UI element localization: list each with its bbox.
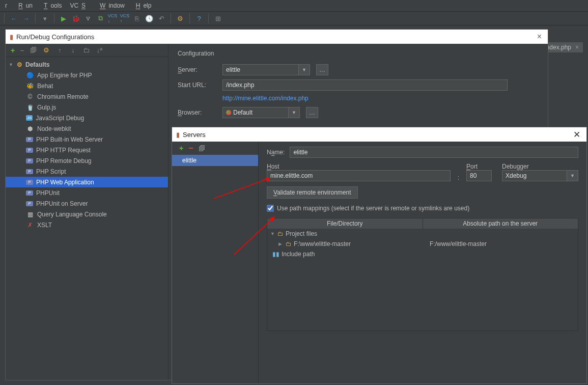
servers-list-panel: + − 🗐 elittle [172, 142, 259, 383]
settings-icon[interactable]: ⚙ [176, 14, 184, 22]
expand-arrow-icon[interactable]: ▼ [9, 62, 14, 67]
full-url-link[interactable]: http://mine.elittle.com/index.php [222, 95, 539, 102]
browser-dropdown-icon[interactable]: ▼ [289, 107, 300, 118]
defaults-node[interactable]: ▼ ⚙ Defaults [6, 59, 168, 70]
dialog-close-icon[interactable]: × [535, 32, 544, 41]
remove-server-icon[interactable]: − [188, 144, 193, 153]
copy-config-icon[interactable]: 🗐 [29, 46, 37, 54]
edit-defaults-icon[interactable]: ⚙ [42, 46, 50, 54]
move-up-icon[interactable]: ↑ [55, 46, 64, 54]
tree-item[interactable]: PPHP Web Application [6, 177, 168, 187]
mapping-row[interactable]: ▶ 🗀 F:\www\elittle-master F:/www/elittle… [267, 239, 578, 249]
sort-icon[interactable]: ↓ª [95, 46, 103, 54]
sidebar-toolbar: + − 🗐 ⚙ ↑ ↓ 🗀 ↓ª [6, 44, 168, 57]
collapse-arrow-icon[interactable]: ▼ [270, 231, 275, 236]
servers-close-icon[interactable]: ✕ [571, 129, 582, 140]
tree-item[interactable]: PPHP Remote Debug [6, 155, 168, 166]
help-icon[interactable]: ? [195, 14, 203, 22]
tree-item[interactable]: 🥤Gulp.js [6, 102, 168, 113]
vcs-commit-icon[interactable]: VCS↑ [121, 14, 129, 22]
php-icon: P [26, 190, 33, 196]
php-icon: P [26, 169, 33, 174]
forward-icon[interactable]: → [22, 14, 30, 22]
tree-item[interactable]: PPHP Script [6, 166, 168, 177]
debugger-dropdown-icon[interactable]: ▼ [567, 170, 578, 181]
tree-item-label: Query Language Console [37, 211, 107, 218]
php-icon: P [26, 148, 33, 153]
server-list-item[interactable]: elittle [172, 155, 258, 166]
menu-run[interactable]: Run [12, 1, 36, 10]
tree-item-label: PHP Built-in Web Server [36, 136, 103, 143]
port-label: Port [466, 163, 492, 170]
diff-icon[interactable]: ⎘ [133, 14, 141, 22]
tree-item[interactable]: ©Chromium Remote [6, 91, 168, 102]
add-server-icon[interactable]: + [179, 144, 183, 152]
tree-item-label: Node-webkit [37, 125, 71, 132]
path-mappings-checkbox[interactable] [267, 205, 274, 212]
copy-server-icon[interactable]: 🗐 [199, 145, 205, 152]
validate-button[interactable]: Validate remote environment [267, 186, 358, 199]
close-tab-icon[interactable]: × [575, 44, 579, 51]
server-form: Name: Host : Port Debugger ▼ [259, 142, 586, 383]
server-dropdown-icon[interactable]: ▼ [299, 64, 310, 75]
back-icon[interactable]: ← [10, 14, 18, 22]
run-config-dropdown[interactable]: ▾ [41, 14, 49, 22]
tree-item[interactable]: PPHPUnit [6, 187, 168, 198]
remote-path[interactable]: F:/www/elittle-master [427, 240, 578, 248]
config-type-icon: 🐝 [26, 82, 34, 90]
vcs-update-icon[interactable]: VCS↓ [108, 14, 117, 22]
config-type-icon: © [26, 93, 34, 100]
move-down-icon[interactable]: ↓ [69, 46, 77, 54]
tree-item[interactable]: 🐝Behat [6, 80, 168, 91]
debug-icon[interactable]: 🐞 [72, 14, 80, 22]
start-url-input[interactable] [222, 79, 508, 91]
config-heading: Configuration [178, 50, 539, 57]
folder-icon[interactable]: 🗀 [82, 46, 90, 54]
menu-tools[interactable]: Tools [38, 1, 65, 10]
remove-config-icon[interactable]: − [20, 46, 24, 54]
server-combo[interactable] [222, 64, 299, 75]
tree-item[interactable]: 🔵App Engine for PHP [6, 70, 168, 80]
menu-window[interactable]: Window [94, 1, 128, 10]
tree-item-label: XSLT [37, 222, 52, 229]
browser-browse-button[interactable]: … [306, 107, 318, 118]
tree-item-label: PHPUnit on Server [36, 200, 88, 207]
port-input[interactable] [466, 170, 492, 181]
js-icon: JS [26, 115, 33, 121]
chrome-icon [226, 110, 231, 115]
menu-help[interactable]: Help [130, 1, 155, 10]
add-config-icon[interactable]: + [11, 46, 15, 54]
tree-item-label: App Engine for PHP [37, 72, 92, 79]
menu-vcs[interactable]: VCS [67, 1, 92, 10]
config-type-icon: 🔵 [26, 72, 34, 79]
tree-item[interactable]: PPHP Built-in Web Server [6, 134, 168, 145]
coverage-icon[interactable]: ⛛ [84, 14, 92, 22]
tree-item-label: PHP HTTP Request [36, 147, 91, 154]
host-input[interactable] [267, 170, 451, 181]
folder-icon: 🗀 [277, 230, 284, 237]
tree-item[interactable]: PPHPUnit on Server [6, 198, 168, 209]
config-type-icon: 🥤 [26, 104, 34, 111]
host-port-separator: : [458, 174, 459, 181]
servers-titlebar[interactable]: ▮ Servers ✕ [172, 127, 586, 142]
revert-icon[interactable]: ↶ [157, 14, 165, 22]
project-structure-icon[interactable]: ⊞ [214, 14, 222, 22]
expand-arrow-icon[interactable]: ▶ [278, 241, 284, 246]
tree-item[interactable]: JSJavaScript Debug [6, 113, 168, 123]
tree-item[interactable]: ✗XSLT [6, 219, 168, 230]
project-files-row[interactable]: ▼ 🗀 Project files [267, 229, 578, 239]
tree-item[interactable]: ⬢Node-webkit [6, 123, 168, 134]
browser-combo[interactable]: Default [222, 107, 289, 118]
listen-icon[interactable]: ⧉ [96, 14, 104, 22]
debugger-combo[interactable] [502, 170, 567, 181]
tree-item[interactable]: PPHP HTTP Request [6, 145, 168, 155]
history-icon[interactable]: 🕓 [145, 14, 153, 22]
include-path-row[interactable]: ▮▮ Include path [267, 249, 578, 259]
server-browse-button[interactable]: … [316, 64, 328, 75]
run-icon[interactable]: ▶ [60, 14, 68, 22]
tree-item[interactable]: ▦Query Language Console [6, 209, 168, 219]
dialog-titlebar[interactable]: ▮ Run/Debug Configurations × [6, 30, 548, 44]
php-icon: P [26, 137, 33, 142]
name-input[interactable] [290, 147, 578, 158]
tree-item-label: PHP Web Application [36, 179, 94, 186]
